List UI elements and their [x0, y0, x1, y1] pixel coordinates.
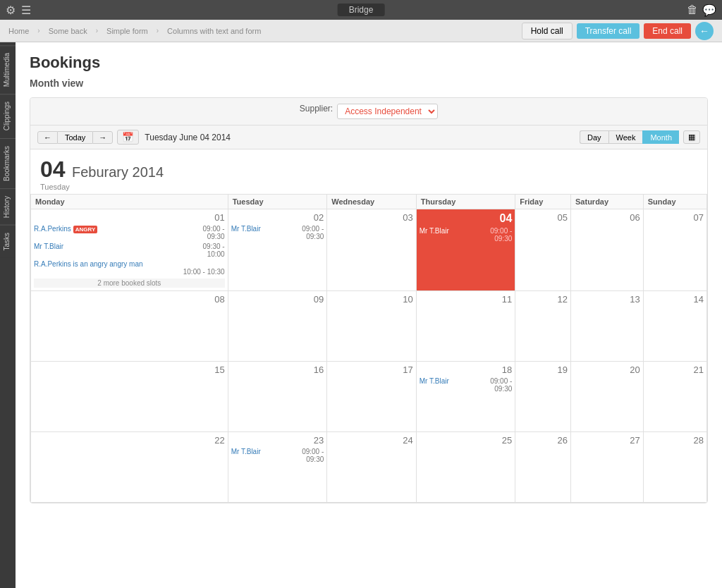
cell-date: 21 — [647, 365, 704, 375]
trash-icon[interactable]: 🗑 — [687, 4, 698, 16]
cell-date: 07 — [647, 212, 704, 223]
booking-name[interactable]: Mr T.Blair — [420, 227, 449, 235]
cell-15: 15 — [31, 362, 228, 432]
cell-date: 09 — [231, 294, 324, 305]
cell-28: 28 — [643, 432, 706, 503]
cell-27: 27 — [571, 432, 644, 503]
breadcrumb-sep3: › — [157, 27, 159, 35]
nav-prev-button[interactable]: ← — [37, 131, 58, 144]
view-week-button[interactable]: Week — [608, 130, 643, 144]
nav-today-button[interactable]: Today — [58, 131, 92, 144]
hold-call-button[interactable]: Hold call — [522, 23, 573, 39]
cell-date: 18 — [420, 365, 513, 375]
breadcrumb-form[interactable]: Simple form — [106, 27, 148, 35]
booking-name[interactable]: Mr T.Blair — [34, 243, 63, 250]
sidebar-tab-multimedia[interactable]: Multimedia — [0, 45, 16, 94]
col-thursday: Thursday — [416, 195, 515, 209]
cell-10: 10 — [327, 291, 416, 362]
back-circle-button[interactable]: ← — [695, 22, 714, 40]
breadcrumb-sep2: › — [96, 27, 98, 35]
view-day-button[interactable]: Day — [580, 130, 608, 144]
call-buttons: Hold call Transfer call End call ← — [522, 22, 714, 40]
nav-next-button[interactable]: → — [92, 131, 113, 144]
table-row: 01 R.A.PerkinsANGRY 09:00 -09:30 Mr T.Bl… — [31, 209, 707, 291]
cell-date: 02 — [231, 212, 324, 223]
date-day-name: Tuesday — [40, 183, 697, 191]
cell-21: 21 — [643, 362, 706, 432]
page-title: Bookings — [30, 54, 708, 72]
booking-time: 09:00 -09:30 — [302, 225, 324, 240]
cell-20: 20 — [571, 362, 644, 432]
view-month-button[interactable]: Month — [642, 130, 679, 144]
col-wednesday: Wednesday — [327, 195, 416, 209]
booking-name[interactable]: Mr T.Blair — [231, 225, 261, 233]
cell-date: 17 — [330, 365, 412, 375]
sidebar-tab-clippings[interactable]: Clippings — [0, 94, 16, 137]
calendar-container: Supplier: Access Independent ← Today → 📅… — [30, 97, 708, 503]
view-buttons: Day Week Month ▦ — [580, 130, 700, 144]
end-call-button[interactable]: End call — [644, 23, 691, 39]
sidebar-tab-tasks[interactable]: Tasks — [0, 225, 16, 258]
col-tuesday: Tuesday — [228, 195, 327, 209]
list-item: R.A.Perkins is an angry angry man 10:00 … — [34, 260, 225, 276]
chat-icon[interactable]: 💬 — [702, 4, 716, 17]
cell-14: 14 — [643, 291, 706, 362]
cell-date: 11 — [420, 294, 513, 305]
cell-date: 14 — [647, 294, 704, 305]
cell-06: 06 — [571, 209, 644, 291]
cell-16: 16 — [228, 362, 327, 432]
booking-name[interactable]: R.A.Perkins is an angry angry man — [34, 260, 143, 268]
cell-19: 19 — [515, 362, 571, 432]
list-icon[interactable]: ☰ — [21, 4, 31, 17]
cell-date: 19 — [518, 365, 568, 375]
sidebar-tab-bookmarks[interactable]: Bookmarks — [0, 138, 16, 188]
cell-date: 08 — [34, 294, 225, 305]
topbar-title: Bridge — [338, 4, 385, 16]
cell-17: 17 — [327, 362, 416, 432]
more-slots[interactable]: 2 more booked slots — [34, 278, 225, 288]
booking-name[interactable]: R.A.PerkinsANGRY — [34, 225, 97, 233]
cell-date: 13 — [574, 294, 640, 305]
supplier-label: Supplier: — [300, 104, 333, 119]
sidebar-tab-history[interactable]: History — [0, 188, 16, 225]
view-grid-icon-button[interactable]: ▦ — [683, 130, 700, 144]
cell-13: 13 — [571, 291, 644, 362]
cell-date: 04 — [420, 212, 513, 225]
nav-calendar-icon-button[interactable]: 📅 — [117, 130, 139, 145]
col-sunday: Sunday — [643, 195, 706, 209]
cell-03: 03 — [327, 209, 416, 291]
cell-date: 28 — [647, 435, 704, 446]
cell-07: 07 — [643, 209, 706, 291]
breadcrumb-bar: Home › Some back › Simple form › Columns… — [0, 20, 722, 42]
table-row: 22 23 Mr T.Blair 09:00 -09:30 24 25 26 2… — [31, 432, 707, 503]
booking-name[interactable]: Mr T.Blair — [420, 377, 449, 385]
cell-date: 03 — [330, 212, 412, 223]
booking-name[interactable]: Mr T.Blair — [231, 448, 261, 455]
breadcrumb-back[interactable]: Some back — [49, 27, 87, 35]
list-item: Mr T.Blair 09:00 -09:30 — [420, 227, 513, 243]
col-saturday: Saturday — [571, 195, 644, 209]
calendar-grid: Monday Tuesday Wednesday Thursday Friday… — [30, 194, 707, 503]
cell-date: 24 — [330, 435, 412, 446]
booking-time: 09:00 -09:30 — [302, 448, 324, 463]
content-area: Bookings Month view Supplier: Access Ind… — [16, 42, 722, 588]
transfer-call-button[interactable]: Transfer call — [577, 23, 640, 39]
booking-time: 09:30 -10:00 — [203, 243, 225, 258]
list-item: Mr T.Blair 09:30 -10:00 — [34, 243, 225, 258]
cell-date: 27 — [574, 435, 640, 446]
cell-23: 23 Mr T.Blair 09:00 -09:30 — [228, 432, 327, 503]
cell-11: 11 — [416, 291, 515, 362]
main-layout: Multimedia Clippings Bookmarks History T… — [0, 42, 722, 588]
cell-date: 12 — [518, 294, 568, 305]
angry-badge: ANGRY — [73, 226, 98, 233]
booking-time: 09:00 -09:30 — [490, 377, 512, 393]
supplier-select[interactable]: Access Independent — [337, 104, 438, 119]
cell-date: 05 — [518, 212, 568, 223]
breadcrumb-home[interactable]: Home — [8, 27, 29, 35]
calendar-body: 01 R.A.PerkinsANGRY 09:00 -09:30 Mr T.Bl… — [31, 209, 707, 503]
topbar-right: 🗑 💬 — [687, 4, 716, 17]
cell-01: 01 R.A.PerkinsANGRY 09:00 -09:30 Mr T.Bl… — [31, 209, 228, 291]
nav-current-date: Tuesday June 04 2014 — [145, 133, 231, 142]
breadcrumb-columns[interactable]: Columns with text and form — [167, 27, 261, 35]
settings-icon[interactable]: ⚙ — [6, 4, 16, 17]
